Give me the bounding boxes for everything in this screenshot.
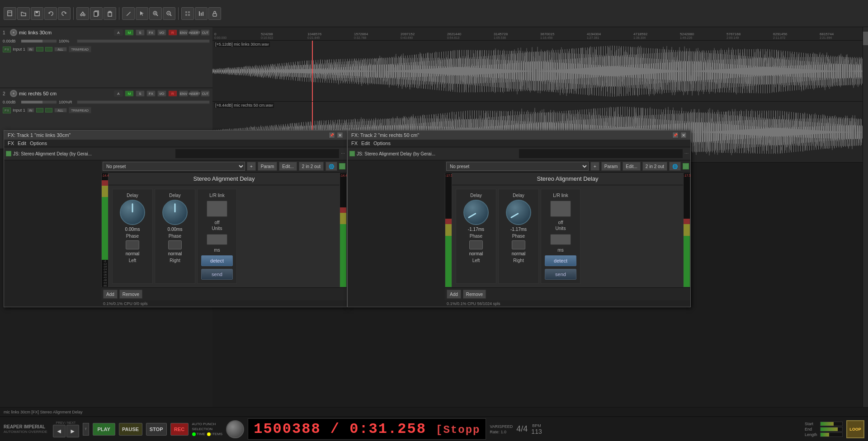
- fx-2-detect-btn[interactable]: detect: [545, 255, 576, 266]
- toolbar-btn-mixer[interactable]: [195, 7, 208, 20]
- track-2-solo[interactable]: S: [136, 90, 145, 97]
- track-2-in-btn[interactable]: IN: [27, 108, 34, 113]
- toolbar-btn-copy[interactable]: [90, 7, 103, 20]
- toolbar-btn-pencil[interactable]: [122, 7, 135, 20]
- track-2-monitor2-btn[interactable]: [45, 108, 52, 113]
- toolbar-btn-undo[interactable]: [44, 7, 57, 20]
- fx-2-expand-btn[interactable]: ⋯: [684, 151, 689, 156]
- fx-2-enable-checkbox[interactable]: [349, 151, 355, 156]
- fx-2-lr-link-btn[interactable]: [550, 201, 571, 217]
- fx-1-param-btn[interactable]: Param: [258, 162, 277, 171]
- track-1-fx[interactable]: FX: [146, 29, 156, 36]
- track-2-cut[interactable]: CUT: [201, 90, 210, 97]
- toolbar-btn-grid[interactable]: [181, 7, 194, 20]
- track-1-monitor2-btn[interactable]: [45, 47, 52, 52]
- track-1-rec[interactable]: R: [168, 29, 177, 36]
- fx-1-close-btn[interactable]: ✕: [337, 132, 343, 138]
- track-2-mute[interactable]: M: [125, 90, 134, 97]
- fx-1-plus-btn[interactable]: +: [247, 162, 256, 171]
- toolbar-btn-save[interactable]: [31, 7, 43, 20]
- fx-1-phase-right-knob[interactable]: [168, 240, 182, 249]
- track-2-volume-slider[interactable]: [21, 100, 57, 104]
- fx-2-close-btn[interactable]: ✕: [680, 132, 687, 138]
- fx-2-remove-btn[interactable]: Remove: [463, 290, 486, 299]
- fx-2-edit-btn[interactable]: Edit...: [623, 162, 641, 171]
- pause-btn[interactable]: PAUSE: [119, 423, 142, 436]
- track-2-rec[interactable]: R: [168, 90, 177, 97]
- fx-1-preset-select[interactable]: No preset: [103, 162, 245, 171]
- track-1-mute[interactable]: M: [125, 29, 134, 36]
- toolbar-btn-open[interactable]: [17, 7, 30, 20]
- track-1-all-btn[interactable]: ALL: [54, 47, 67, 52]
- toolbar-btn-zoom-in[interactable]: [149, 7, 162, 20]
- fx-1-menu-edit[interactable]: Edit: [18, 141, 26, 146]
- scrollbar-thumb[interactable]: [863, 32, 868, 45]
- fx-2-add-btn[interactable]: Add: [447, 290, 461, 299]
- fx-1-title-bar[interactable]: FX: Track 1 "mic links 30cm" 📌 ✕: [4, 131, 347, 140]
- fx-2-phase-right-knob[interactable]: [512, 240, 525, 249]
- fx-1-web-btn[interactable]: 🌐: [326, 162, 337, 171]
- track-2-io[interactable]: I/O: [157, 90, 166, 97]
- rec-btn[interactable]: REC: [170, 423, 189, 436]
- fx-2-pin-btn[interactable]: 📌: [672, 132, 679, 138]
- track-1-env[interactable]: ENV: [179, 29, 188, 36]
- track-1-pan-slider[interactable]: [77, 39, 210, 43]
- toolbar-btn-redo[interactable]: [58, 7, 71, 20]
- track-2-pan-slider[interactable]: [77, 100, 210, 104]
- fx-1-units-btn[interactable]: [207, 234, 227, 245]
- stop-btn[interactable]: STOP: [146, 423, 167, 436]
- fx-2-io-btn[interactable]: 2 in 2 out: [642, 162, 667, 171]
- track-1-io[interactable]: I/O: [157, 29, 166, 36]
- fx-1-send-btn[interactable]: send: [201, 269, 233, 280]
- fx-1-delay-left-knob[interactable]: [120, 200, 145, 225]
- waveform-track-1[interactable]: [+5.12dB] mic links 30cm.wav: [212, 41, 868, 102]
- fx-1-enable-indicator[interactable]: [339, 163, 345, 169]
- fx-1-menu-fx[interactable]: FX: [8, 141, 14, 146]
- prev-btn[interactable]: ◄: [53, 425, 66, 437]
- track-1-arm[interactable]: A: [114, 29, 123, 36]
- fx-1-menu-options[interactable]: Options: [30, 141, 47, 146]
- track-2-env[interactable]: ENV: [179, 90, 188, 97]
- fx-1-delay-right-knob[interactable]: [162, 200, 188, 225]
- fx-1-pin-btn[interactable]: 📌: [329, 132, 335, 138]
- track-2-fx[interactable]: FX: [146, 90, 156, 97]
- track-1-in-btn[interactable]: IN: [27, 47, 34, 52]
- toolbar-btn-cut[interactable]: [76, 7, 89, 20]
- fx-2-menu-fx[interactable]: FX: [351, 141, 358, 146]
- track-2-all-btn[interactable]: ALL: [54, 108, 67, 113]
- fx-1-detect-btn[interactable]: detect: [201, 255, 233, 266]
- fx-1-enable-checkbox[interactable]: [6, 151, 11, 156]
- track-1-cut[interactable]: CUT: [201, 29, 210, 36]
- fx-2-delay-left-knob[interactable]: [463, 200, 489, 225]
- play-btn[interactable]: PLAY: [93, 423, 115, 436]
- metronome-knob[interactable]: [226, 420, 244, 438]
- track-2-insert[interactable]: INSERT: [190, 90, 199, 97]
- track-1-insert[interactable]: INSERT: [190, 29, 199, 36]
- fx-2-enable-indicator[interactable]: [683, 163, 689, 169]
- fx-2-title-bar[interactable]: FX: Track 2 "mic rechts 50 cm" 📌 ✕: [348, 131, 690, 140]
- track-1-monitor-btn[interactable]: [36, 47, 43, 52]
- next-btn[interactable]: ►: [66, 425, 79, 437]
- fx-2-menu-edit[interactable]: Edit: [361, 141, 370, 146]
- fx-1-phase-left-knob[interactable]: [126, 240, 139, 249]
- track-2-arm[interactable]: A: [114, 90, 123, 97]
- track-2-monitor-btn[interactable]: [36, 108, 43, 113]
- loop-btn[interactable]: LOOP: [846, 420, 864, 438]
- fx-2-plus-btn[interactable]: +: [590, 162, 599, 171]
- fx-2-param-btn[interactable]: Param: [601, 162, 621, 171]
- fx-1-edit-btn[interactable]: Edit...: [279, 162, 297, 171]
- fx-2-name-area[interactable]: [519, 149, 683, 158]
- fx-2-web-btn[interactable]: 🌐: [669, 162, 681, 171]
- fx-2-units-btn[interactable]: [550, 234, 571, 245]
- toolbar-btn-paste[interactable]: [104, 7, 116, 20]
- toolbar-btn-new[interactable]: [4, 7, 16, 20]
- fx-1-expand-btn[interactable]: ⋯: [341, 151, 345, 156]
- fx-2-phase-left-knob[interactable]: [469, 240, 483, 249]
- toolbar-btn-zoom-out[interactable]: [163, 7, 175, 20]
- fx-1-add-btn[interactable]: Add: [103, 290, 118, 299]
- track-1-volume-slider[interactable]: [21, 39, 57, 43]
- timeline-scrollbar[interactable]: [863, 27, 868, 416]
- fx-1-lr-link-btn[interactable]: [207, 201, 227, 217]
- toolbar-btn-select[interactable]: [136, 7, 148, 20]
- fx-2-send-btn[interactable]: send: [545, 269, 576, 280]
